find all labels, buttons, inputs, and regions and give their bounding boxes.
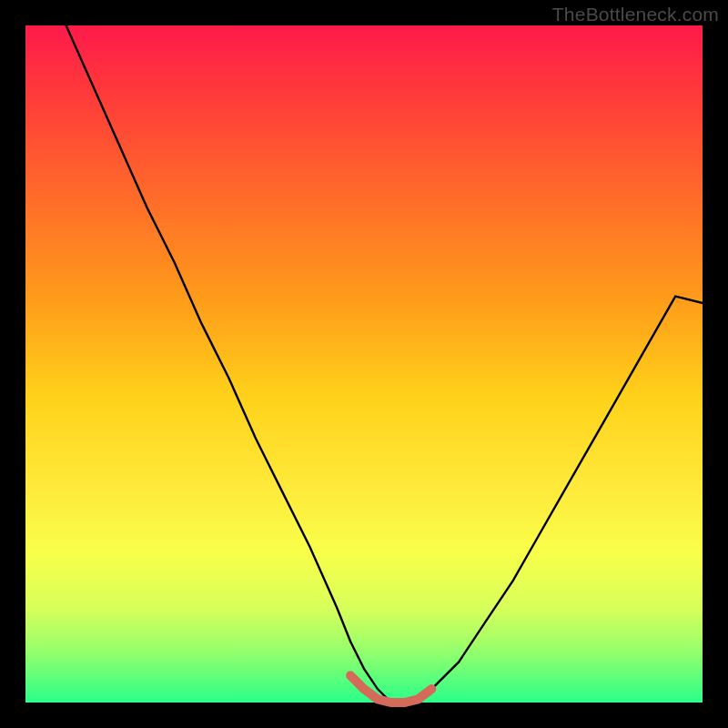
plot-area <box>25 25 703 703</box>
chart-svg <box>25 25 703 703</box>
bottleneck-curve <box>66 25 703 703</box>
watermark-text: TheBottleneck.com <box>552 4 719 25</box>
highlight-valley <box>350 675 431 703</box>
chart-frame: TheBottleneck.com <box>0 0 728 728</box>
